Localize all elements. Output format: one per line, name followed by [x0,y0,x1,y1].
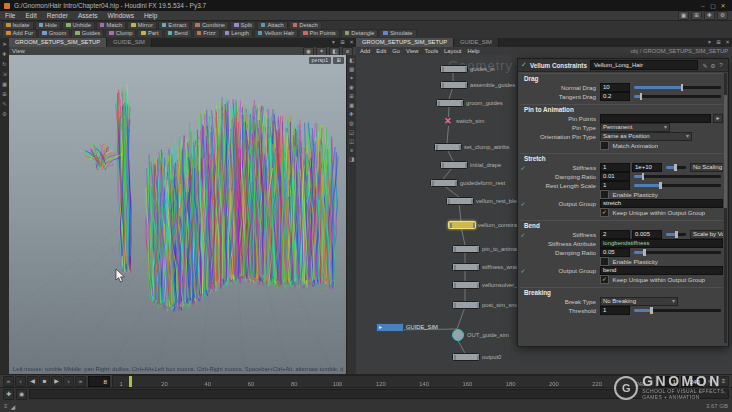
current-frame-field[interactable]: 8 [88,376,110,387]
jump-end-button[interactable]: » [75,376,86,387]
stop-button[interactable]: ■ [39,376,50,387]
minimize-button[interactable]: – [698,3,708,9]
network-menu-view[interactable]: View [406,48,418,54]
perspective-selector[interactable]: persp1 [309,57,332,64]
viewport-canvas[interactable] [9,55,347,374]
value-field-rest-length-scale[interactable]: 1 [600,181,630,190]
range-end-field[interactable]: 240 [681,376,703,387]
node-vellum_rest_blend[interactable]: vellum_rest_blend [446,197,474,205]
node-pin_to_animation[interactable]: pin_to_animation [452,245,480,253]
mask-icon[interactable]: ◍ [349,120,354,126]
node-name-field[interactable]: Vellum_Long_Hair [590,60,698,70]
shade-icon[interactable]: ◧ [349,57,354,63]
handles-icon[interactable]: ✚ [349,111,354,117]
slider-stiffness[interactable] [666,233,686,236]
dropdown-break-type[interactable]: No Breaking▾ [600,297,678,306]
node-switch_sim[interactable]: ✕switch_sim [444,117,453,126]
brush-icon[interactable]: ✎ [2,101,7,107]
node-set_clump_attribs[interactable]: set_clump_attribs [434,143,462,151]
shelf-tool-mirror[interactable]: Mirror [127,21,157,29]
grid-icon[interactable]: ⊞ [691,11,702,20]
pin-icon[interactable]: ✎ [701,62,709,69]
enable-check-icon[interactable]: ✓ [520,191,526,198]
node-post_sim_smooth[interactable]: post_sim_smooth [452,301,480,309]
slider-handle[interactable] [650,307,653,314]
slider-handle[interactable] [642,173,645,180]
enable-check-icon[interactable]: ✓ [520,276,526,283]
slider-rest-length-scale[interactable] [634,184,721,187]
shelf-tool-detach[interactable]: Detach [289,21,322,29]
value-field-threshold[interactable]: 1 [600,306,630,315]
slider-tangent-drag[interactable] [634,95,721,98]
play-reverse-button[interactable]: ◀ [27,376,38,387]
shelf-tool-pin-points[interactable]: Pin Points [299,29,340,37]
ortho-icon[interactable]: ◲ [349,129,354,135]
node-assemble_guides[interactable]: assemble_guides [440,81,468,89]
pane-menu-icon[interactable]: ▾ [705,38,714,47]
network-menu-help[interactable]: Help [467,48,479,54]
menu-file[interactable]: File [0,12,20,19]
network-breadcrumb[interactable]: obj / GROOM_SETUPS_SIM_SETUP [630,48,728,54]
grid-icon[interactable]: ⊞ [2,91,7,97]
slider-handle[interactable] [659,182,662,189]
value-field-normal-drag[interactable]: 10 [600,83,630,92]
enable-check-icon[interactable]: ✓ [520,133,526,140]
text-field-output-group[interactable]: bend [600,266,723,275]
settings-icon[interactable]: ⚙ [717,11,728,20]
wireframe-icon[interactable]: ▦ [349,66,354,72]
notes-icon[interactable]: ≡ [4,403,8,409]
enable-check-icon[interactable]: ✓ [520,182,526,189]
options-icon[interactable]: ≡ [350,147,353,153]
snapshot-camera-button[interactable]: ◉ [16,389,27,400]
enable-check-icon[interactable]: ✓ [520,173,526,180]
pane-maximize-icon[interactable]: ⊞ [714,38,723,47]
network-menu-go[interactable]: Go [392,48,400,54]
shelf-tool-bend[interactable]: Bend [164,29,192,37]
node-vellum_constraints_hair[interactable]: vellum_constraints_hair [448,221,476,229]
shelf-tool-part[interactable]: Part [137,29,162,37]
checkbox-enable-plasticity[interactable]: ✓ [600,257,609,266]
shelf-tool-split[interactable]: Split [230,21,256,29]
value-field-tangent-drag[interactable]: 0.2 [600,92,630,101]
parameter-scrollbar[interactable] [724,73,727,343]
playbar-options-button[interactable]: ≡ [718,376,729,387]
slider-threshold[interactable] [634,309,721,312]
enable-check-icon[interactable]: ✓ [520,200,526,207]
network-tab-guide_sim[interactable]: GUIDE_SIM [454,38,499,47]
network-menu-tools[interactable]: Tools [425,48,439,54]
dropdown-orientation-pin-type[interactable]: Same as Position▾ [600,132,692,141]
slider-damping-ratio[interactable] [634,251,721,254]
snap-icon[interactable]: ▣ [349,102,354,108]
menu-render[interactable]: Render [42,12,73,19]
node-initial_drape[interactable]: initial_drape [440,161,468,169]
shelf-tool-frizz[interactable]: Frizz [193,29,220,37]
shelf-tool-groom[interactable]: Groom [38,29,70,37]
shelf-tool-isolate[interactable]: Isolate [2,21,34,29]
shelf-tool-attach[interactable]: Attach [257,21,288,29]
maximize-button[interactable]: ▢ [708,2,718,9]
slider-handle[interactable] [643,249,646,256]
exp-field-stiffness[interactable]: 0.005 [632,230,662,239]
scale-icon[interactable]: ⇲ [2,71,7,77]
node-output0[interactable]: output0 [452,353,480,361]
slider-handle[interactable] [681,84,684,91]
value-field-damping-ratio[interactable]: 0.05 [600,248,630,257]
shelf-tool-hide[interactable]: Hide [35,21,61,29]
shelf-tool-clump[interactable]: Clump [105,29,136,37]
help-icon[interactable]: ? [717,62,725,69]
node-vellumsolver_sim[interactable]: vellumsolver_sim [452,281,480,289]
grid-icon[interactable]: ⊞ [349,93,354,99]
node-stiffness_wrangle[interactable]: stiffness_wrangle [452,263,480,271]
enable-check-icon[interactable]: ✓ [520,93,526,100]
checkbox-keep-unique-within-output-group[interactable]: ✓ [600,208,609,217]
slider-stiffness[interactable] [666,166,686,169]
node-enable-check-icon[interactable]: ✓ [521,61,527,69]
enable-check-icon[interactable]: ✓ [520,258,526,265]
enable-check-icon[interactable]: ✓ [520,231,526,238]
checkbox-enable-plasticity[interactable]: ✓ [600,190,609,199]
select-arrow-button[interactable]: ▸ [713,114,723,123]
playhead[interactable] [129,376,132,387]
value-field-stiffness[interactable]: 2 [600,230,630,239]
exp-field-stiffness[interactable]: 1e+10 [632,163,662,172]
slider-damping-ratio[interactable] [634,175,721,178]
